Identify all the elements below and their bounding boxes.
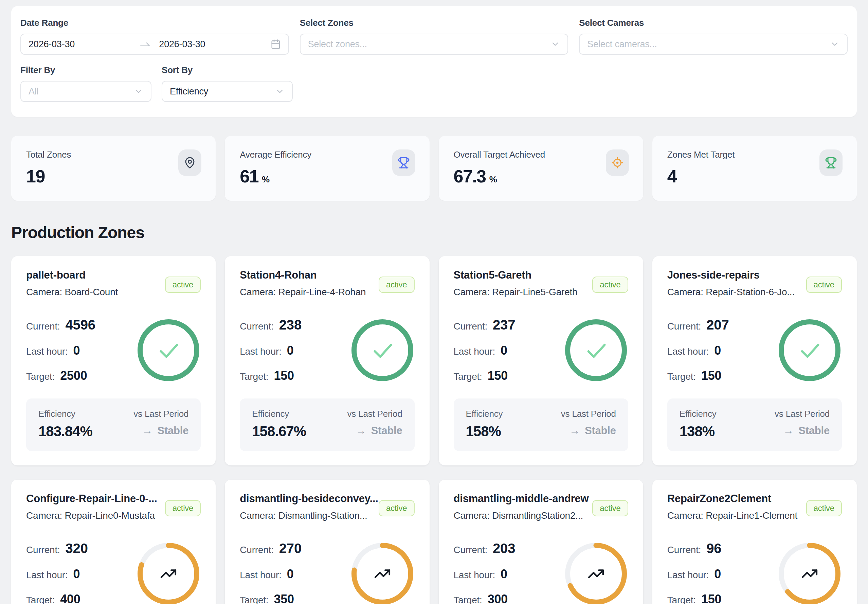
current-value: 207 [706,317,729,332]
chevron-down-icon [275,87,285,96]
progress-ring [352,543,413,604]
date-start-value[interactable]: 2026-03-30 [28,39,140,50]
stat-value: 4 [667,166,676,186]
current-value: 96 [706,541,721,556]
target-value: 300 [488,592,508,604]
zone-header-text: Configure-Repair-Line-0-... Camera: Repa… [26,492,157,521]
stat-label: Average Efficiency [240,149,312,160]
filter-panel: Date Range 2026-03-30 2026-03-30 Select … [11,6,857,117]
filter-by-select[interactable]: All [20,81,152,102]
zone-title: Jones-side-repairs [667,269,795,281]
zone-title: RepairZone2Clement [667,492,797,505]
page-title: Production Zones [11,223,857,242]
zone-stats: Current: 203 Last hour: 0 Target: 300 [454,541,516,604]
zone-stats: Current: 4596 Last hour: 0 Target: 2500 [26,317,95,383]
zone-header-text: Station5-Gareth Camera: Repair-Line5-Gar… [454,269,578,298]
last-hour-value: 0 [73,343,80,358]
efficiency-value: 183.84% [39,423,92,439]
filter-by-value: All [28,86,39,97]
stat-card-text: Zones Met Target 4 [667,149,735,186]
progress-ring [138,319,199,381]
zone-title: Station5-Gareth [454,269,578,281]
last-hour-label: Last hour: [26,346,68,357]
last-hour-value: 0 [714,567,721,581]
last-hour-label: Last hour: [667,346,709,357]
trend-value: Stable [798,425,829,437]
zone-footer: Efficiency 158% vs Last Period → Stable [454,399,628,451]
filter-by-group: Filter By All [20,65,152,102]
target-label: Target: [240,595,268,604]
efficiency-label: Efficiency [39,409,92,419]
stat-value: 67.3 [454,166,486,186]
progress-ring [565,319,627,381]
zones-select[interactable]: Select zones... [300,34,569,55]
zone-card: pallet-board Camera: Board-Count active … [11,256,215,466]
progress-ring [779,319,840,381]
stat-icon-chip [606,149,629,176]
zone-card: Station5-Gareth Camera: Repair-Line5-Gar… [439,256,643,466]
efficiency-block: Efficiency 183.84% [39,409,92,439]
zone-stats: Current: 238 Last hour: 0 Target: 150 [240,317,302,383]
date-range-input[interactable]: 2026-03-30 2026-03-30 [20,34,289,55]
zone-stats: Current: 270 Last hour: 0 Target: 350 [240,541,302,604]
date-range-group: Date Range 2026-03-30 2026-03-30 [20,18,289,55]
zone-card: Jones-side-repairs Camera: Repair-Statio… [653,256,857,466]
target-label: Target: [667,595,696,604]
date-end-value[interactable]: 2026-03-30 [150,39,270,50]
stat-card-text: Overall Target Achieved 67.3 % [454,149,546,186]
trend-value: Stable [585,425,616,437]
current-label: Current: [667,545,701,556]
progress-ring [138,543,199,604]
zone-card: dismantling-besideconvey... Camera: Dism… [225,480,429,604]
select-zones-group: Select Zones Select zones... [300,18,569,55]
progress-ring [565,543,627,604]
last-hour-value: 0 [501,567,507,581]
stat-icon-chip [820,149,843,176]
current-label: Current: [26,321,60,332]
zone-header-text: RepairZone2Clement Camera: Repair-Line1-… [667,492,797,521]
stat-card: Total Zones 19 [11,136,215,201]
target-value: 400 [60,592,80,604]
zone-footer: Efficiency 183.84% vs Last Period → Stab… [26,399,201,451]
stat-card: Zones Met Target 4 [653,136,857,201]
arrow-right-icon: → [356,425,366,437]
sort-by-label: Sort By [162,65,293,75]
chevron-down-icon [134,87,143,96]
stat-value: 61 [240,166,259,186]
calendar-icon[interactable] [271,39,281,49]
vs-period-block: vs Last Period → Stable [775,409,829,437]
stat-card: Average Efficiency 61 % [225,136,429,201]
stat-unit: % [262,174,270,185]
zone-camera: Camera: Repair-Line-4-Rohan [240,287,366,298]
target-value: 2500 [60,369,87,383]
vs-period-block: vs Last Period → Stable [347,409,402,437]
zone-camera: Camera: Repair-Line5-Gareth [454,287,578,298]
cameras-select-placeholder: Select cameras... [587,39,657,50]
arrow-right-icon: → [142,425,153,437]
current-label: Current: [26,545,60,556]
current-value: 237 [493,317,515,332]
vs-period-label: vs Last Period [561,409,616,419]
efficiency-block: Efficiency 158% [466,409,503,439]
trend-value: Stable [371,425,402,437]
efficiency-value: 158% [466,423,503,439]
zone-header-text: Jones-side-repairs Camera: Repair-Statio… [667,269,795,298]
efficiency-value: 138% [679,423,716,439]
stat-icon-chip [178,149,202,176]
zone-camera: Camera: Dismantling-Station... [240,510,376,521]
status-badge: active [379,500,415,516]
zone-header-text: dismantling-middle-andrew Camera: Disman… [454,492,589,521]
stats-row: Total Zones 19 Average Efficiency 61 % [11,136,857,201]
vs-period-label: vs Last Period [347,409,402,419]
cameras-select[interactable]: Select cameras... [579,34,848,55]
zones-select-placeholder: Select zones... [308,39,367,50]
target-label: Target: [454,371,482,382]
target-icon [611,157,623,169]
current-label: Current: [667,321,701,332]
vs-period-label: vs Last Period [133,409,189,419]
sort-by-value: Efficiency [170,86,208,97]
sort-by-select[interactable]: Efficiency [162,81,293,102]
stat-unit: % [489,174,497,185]
zone-card: Configure-Repair-Line-0-... Camera: Repa… [11,480,215,604]
check-icon [565,319,627,381]
